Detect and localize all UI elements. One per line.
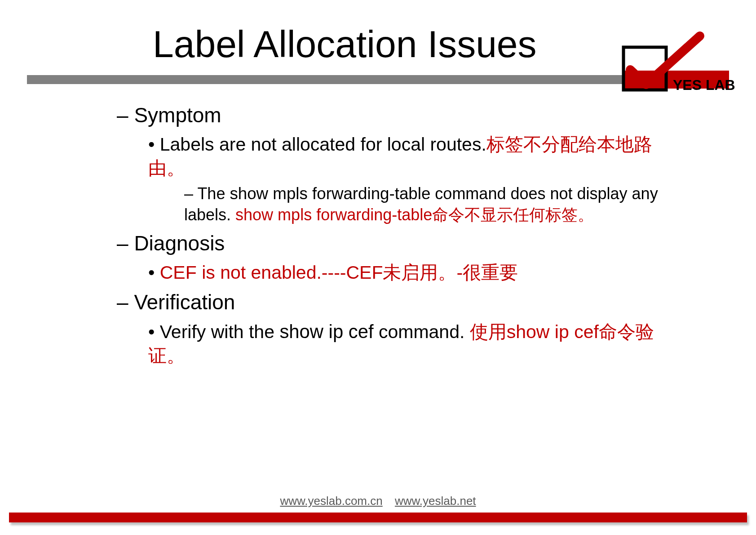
content-area: Symptom Labels are not allocated for loc… bbox=[27, 84, 729, 368]
symptom-sub-zh: show mpls forwarding-table命令不显示任何标签。 bbox=[235, 205, 594, 224]
yeslab-logo-icon: YES LAB bbox=[615, 27, 740, 94]
footer-links: www.yeslab.com.cn www.yeslab.net bbox=[0, 494, 756, 508]
heading-verification: Verification bbox=[117, 289, 689, 316]
verification-en-pre: Verify with the bbox=[160, 321, 280, 342]
verification-en-post: command. bbox=[374, 321, 470, 342]
symptom-bullet: Labels are not allocated for local route… bbox=[148, 133, 689, 181]
symptom-sub-cmd: show mpls forwarding-table bbox=[230, 184, 430, 203]
symptom-text-en: Labels are not allocated for local route… bbox=[160, 134, 486, 155]
verification-bullet: Verify with the show ip cef command. 使用s… bbox=[148, 320, 689, 368]
symptom-sub-en-pre: The bbox=[197, 184, 230, 203]
verification-cmd: show ip cef bbox=[279, 321, 373, 342]
logo: YES LAB bbox=[615, 27, 740, 94]
slide-title: Label Allocation Issues bbox=[153, 22, 537, 66]
footer-link-1[interactable]: www.yeslab.com.cn bbox=[280, 494, 382, 508]
divider-gray bbox=[27, 75, 623, 84]
heading-diagnosis: Diagnosis bbox=[117, 230, 689, 257]
symptom-sub-bullet: The show mpls forwarding-table command d… bbox=[184, 183, 689, 226]
slide-container: Label Allocation Issues YES LAB Symptom … bbox=[0, 0, 756, 535]
logo-text: YES LAB bbox=[673, 77, 735, 93]
footer-link-2[interactable]: www.yeslab.net bbox=[395, 494, 476, 508]
diagnosis-bullet: CEF is not enabled.----CEF未启用。-很重要 bbox=[148, 261, 689, 285]
diagnosis-text: CEF is not enabled.----CEF未启用。-很重要 bbox=[160, 262, 518, 283]
bottom-bar bbox=[9, 513, 747, 522]
heading-symptom: Symptom bbox=[117, 102, 689, 129]
